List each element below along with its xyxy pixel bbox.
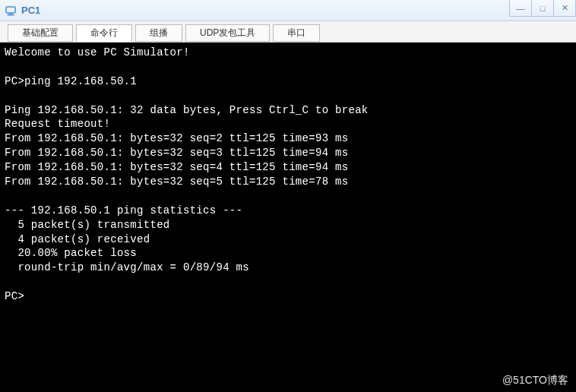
watermark: @51CTO博客: [502, 374, 568, 387]
tab-udp-tool[interactable]: UDP发包工具: [185, 24, 270, 42]
terminal-line: From 192.168.50.1: bytes=32 seq=3 ttl=12…: [5, 147, 348, 159]
terminal-line: 4 packet(s) received: [5, 233, 150, 245]
terminal-line: 5 packet(s) transmitted: [5, 219, 170, 231]
title-bar: PC1 — □ ✕: [0, 0, 576, 21]
terminal-line: From 192.168.50.1: bytes=32 seq=2 ttl=12…: [5, 132, 348, 144]
tab-label: 组播: [150, 27, 168, 40]
app-icon: [5, 5, 17, 17]
maximize-button[interactable]: □: [531, 0, 554, 17]
tab-label: 命令行: [90, 27, 118, 40]
terminal-line: From 192.168.50.1: bytes=32 seq=4 ttl=12…: [5, 161, 348, 173]
terminal-line: From 192.168.50.1: bytes=32 seq=5 ttl=12…: [5, 175, 348, 188]
tab-bar: 基础配置 命令行 组播 UDP发包工具 串口: [0, 21, 576, 43]
svg-rect-1: [8, 14, 13, 15]
terminal-line: PC>: [5, 290, 24, 302]
close-button[interactable]: ✕: [553, 0, 576, 17]
tab-command-line[interactable]: 命令行: [76, 24, 132, 42]
terminal-line: Request timeout!: [5, 118, 110, 130]
terminal-line: Ping 192.168.50.1: 32 data bytes, Press …: [5, 104, 369, 116]
tab-basic-config[interactable]: 基础配置: [8, 24, 73, 42]
tab-label: 基础配置: [22, 27, 59, 40]
terminal-line: --- 192.168.50.1 ping statistics ---: [5, 204, 242, 217]
terminal-line: 20.00% packet loss: [5, 247, 137, 259]
tab-label: UDP发包工具: [200, 27, 255, 40]
window-title: PC1: [21, 5, 40, 16]
terminal-output[interactable]: Welcome to use PC Simulator! PC>ping 192…: [0, 43, 576, 392]
tab-serial[interactable]: 串口: [273, 24, 320, 42]
window-controls: — □ ✕: [510, 0, 576, 17]
tab-label: 串口: [287, 27, 305, 40]
terminal-line: PC>ping 192.168.50.1: [5, 75, 137, 87]
svg-rect-0: [6, 7, 15, 13]
minimize-button[interactable]: —: [509, 0, 532, 17]
terminal-line: round-trip min/avg/max = 0/89/94 ms: [5, 261, 249, 273]
terminal-line: Welcome to use PC Simulator!: [5, 46, 190, 58]
svg-rect-2: [7, 14, 14, 15]
tab-multicast[interactable]: 组播: [135, 24, 182, 42]
